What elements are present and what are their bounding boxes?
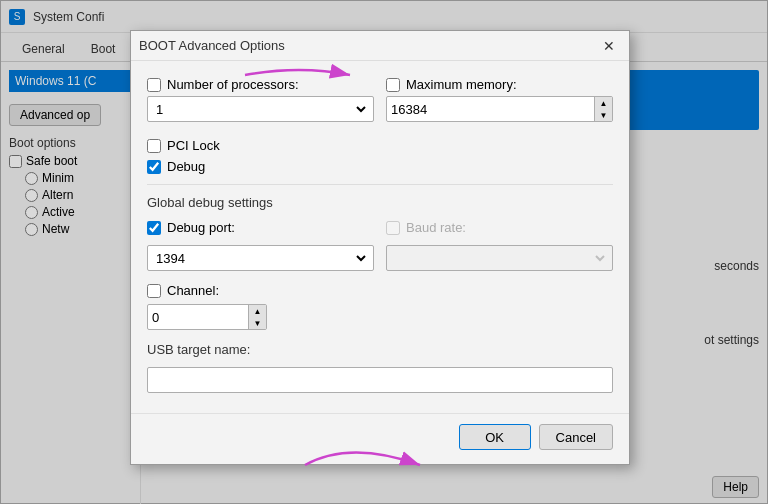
pci-lock-label: PCI Lock — [167, 138, 220, 153]
num-processors-text: Number of processors: — [167, 77, 299, 92]
baud-rate-label: Baud rate: — [406, 220, 466, 235]
pci-lock-row: PCI Lock — [147, 138, 613, 153]
max-memory-arrows: ▲ ▼ — [594, 97, 612, 121]
max-memory-input[interactable] — [387, 97, 594, 121]
usb-target-input-wrap[interactable] — [147, 367, 613, 393]
channel-label: Channel: — [167, 283, 219, 298]
debug-port-select[interactable]: 1394 COM1 USB — [152, 250, 369, 267]
baud-rate-group: Baud rate: — [386, 220, 613, 271]
debug-settings-grid: Debug port: 1394 COM1 USB Baud rate: — [147, 220, 613, 271]
channel-spinbox: ▲ ▼ — [147, 304, 267, 330]
modal-title: BOOT Advanced Options — [139, 38, 285, 53]
debug-port-label: Debug port: — [167, 220, 235, 235]
channel-up-button[interactable]: ▲ — [249, 305, 266, 317]
channel-checkbox[interactable] — [147, 284, 161, 298]
max-memory-text: Maximum memory: — [406, 77, 517, 92]
max-memory-down-button[interactable]: ▼ — [595, 109, 612, 121]
baud-rate-select-wrap — [386, 245, 613, 271]
baud-rate-checkbox — [386, 221, 400, 235]
max-memory-up-button[interactable]: ▲ — [595, 97, 612, 109]
num-processors-checkbox[interactable] — [147, 78, 161, 92]
num-processors-select[interactable]: 1 2 4 — [152, 101, 369, 118]
usb-target-section: USB target name: — [147, 342, 613, 393]
cancel-button[interactable]: Cancel — [539, 424, 613, 450]
top-grid: Number of processors: 1 2 4 Maximum memo… — [147, 77, 613, 122]
max-memory-group: Maximum memory: ▲ ▼ — [386, 77, 613, 122]
modal-dialog: BOOT Advanced Options ✕ Number of proces… — [130, 30, 630, 465]
baud-rate-row: Baud rate: — [386, 220, 613, 235]
debug-row: Debug — [147, 159, 613, 174]
channel-section: Channel: ▲ ▼ — [147, 283, 613, 330]
debug-port-checkbox[interactable] — [147, 221, 161, 235]
baud-rate-select — [391, 250, 608, 267]
ok-button[interactable]: OK — [459, 424, 531, 450]
modal-titlebar: BOOT Advanced Options ✕ — [131, 31, 629, 61]
channel-row: Channel: — [147, 283, 613, 298]
debug-port-select-wrap: 1394 COM1 USB — [147, 245, 374, 271]
max-memory-checkbox[interactable] — [386, 78, 400, 92]
debug-port-group: Debug port: 1394 COM1 USB — [147, 220, 374, 271]
modal-body: Number of processors: 1 2 4 Maximum memo… — [131, 61, 629, 409]
modal-close-button[interactable]: ✕ — [597, 34, 621, 58]
modal-footer: OK Cancel — [131, 413, 629, 464]
debug-label: Debug — [167, 159, 205, 174]
debug-port-row: Debug port: — [147, 220, 374, 235]
debug-checkbox[interactable] — [147, 160, 161, 174]
global-debug-title: Global debug settings — [147, 195, 613, 210]
pci-lock-checkbox[interactable] — [147, 139, 161, 153]
max-memory-label[interactable]: Maximum memory: — [386, 77, 613, 92]
num-processors-select-wrap: 1 2 4 — [147, 96, 374, 122]
section-divider — [147, 184, 613, 185]
channel-arrows: ▲ ▼ — [248, 305, 266, 329]
channel-input[interactable] — [148, 305, 248, 329]
num-processors-group: Number of processors: 1 2 4 — [147, 77, 374, 122]
usb-target-label: USB target name: — [147, 342, 613, 357]
num-processors-label[interactable]: Number of processors: — [147, 77, 374, 92]
channel-down-button[interactable]: ▼ — [249, 317, 266, 329]
max-memory-spinbox: ▲ ▼ — [386, 96, 613, 122]
